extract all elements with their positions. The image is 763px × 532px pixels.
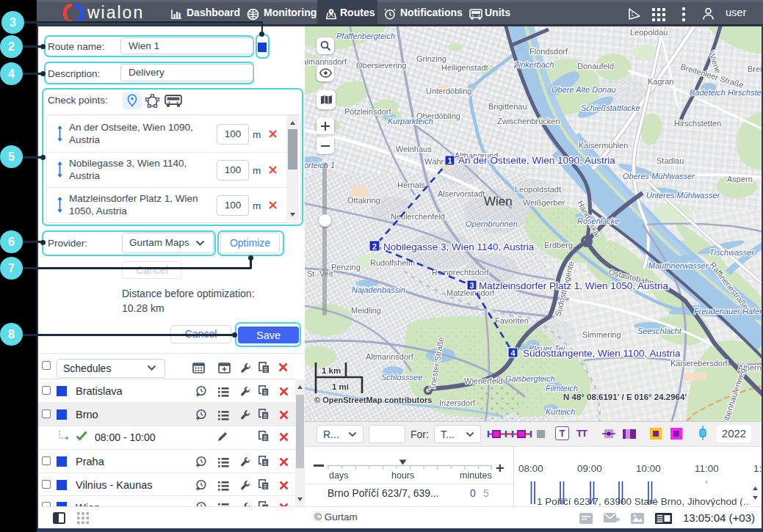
svg-text:Kagran: Kagran (648, 77, 673, 86)
svg-text:Meidling: Meidling (351, 306, 381, 315)
svg-text:Alservorstadt: Alservorstadt (438, 189, 485, 198)
svg-text:Seeschlacht: Seeschlacht (637, 327, 682, 335)
svg-text:Zwischenbrücken: Zwischenbrücken (497, 117, 560, 125)
svg-text:Aspern: Aspern (727, 175, 753, 183)
svg-text:Rosenlacke: Rosenlacke (577, 216, 619, 225)
svg-text:Neulerchenfeld: Neulerchenfeld (391, 212, 445, 221)
svg-text:Wien: Wien (484, 194, 513, 208)
svg-text:Unterdöbling: Unterdöbling (426, 87, 471, 95)
svg-text:Kurparkteich: Kurparkteich (388, 117, 433, 125)
svg-text:Kurteich: Kurteich (546, 407, 575, 416)
svg-text:Tischwasser: Tischwasser (709, 248, 755, 257)
svg-text:Gaisbergteich: Gaisbergteich (505, 374, 555, 383)
svg-text:Unteres Mühlwasser: Unteres Mühlwasser (646, 191, 721, 200)
svg-text:1: 1 (447, 156, 452, 165)
svg-text:Grinzing: Grinzing (416, 54, 446, 63)
svg-text:4: 4 (510, 349, 516, 357)
svg-text:Hirschstetten: Hirschstetten (674, 119, 721, 128)
svg-text:1 mi: 1 mi (332, 382, 349, 391)
svg-text:2: 2 (372, 242, 377, 251)
svg-text:Mauthnerwasser: Mauthnerwasser (648, 261, 709, 270)
svg-text:St.-Veit: St.-Veit (307, 269, 333, 278)
svg-text:1 km: 1 km (322, 366, 341, 375)
svg-text:Oberes Mühlwasser: Oberes Mühlwasser (623, 172, 695, 181)
svg-text:Penzing: Penzing (331, 263, 361, 272)
svg-text:Stadlau: Stadlau (657, 156, 684, 165)
svg-text:Weißgerber: Weißgerber (523, 198, 565, 207)
svg-text:Freudenauer Hafen: Freudenauer Hafen (694, 307, 762, 316)
svg-text:Obere Alte Donau: Obere Alte Donau (552, 85, 616, 94)
svg-text:orteich 1: orteich 1 (305, 161, 335, 170)
svg-text:An der Ostseite, Wien 1090, Au: An der Ostseite, Wien 1090, Austria (458, 155, 615, 166)
svg-text:Kaiserebersdorf: Kaiserebersdorf (670, 359, 728, 368)
svg-text:3: 3 (469, 281, 474, 290)
svg-text:Opernbrunnen: Opernbrunnen (466, 219, 518, 228)
svg-text:Inzersdorf: Inzersdorf (439, 398, 476, 407)
svg-text:Filmteich: Filmteich (546, 384, 578, 393)
svg-text:Kaisermühlen: Kaisermühlen (579, 141, 628, 150)
svg-text:Donaufeld: Donaufeld (577, 62, 614, 70)
svg-text:Wienerfeld: Wienerfeld (464, 376, 503, 385)
svg-text:Flondsdorf: Flondsdorf (529, 47, 568, 56)
svg-text:Hernals: Hernals (397, 181, 425, 189)
svg-text:Ottakring: Ottakring (347, 196, 380, 205)
svg-text:Pfaffenbergteich: Pfaffenbergteich (336, 32, 395, 40)
svg-text:Obersievering: Obersievering (356, 61, 406, 70)
svg-text:Brei...: Brei... (748, 65, 762, 73)
svg-text:Erdberg: Erdberg (544, 241, 573, 249)
svg-text:Leopoldstadt: Leopoldstadt (515, 185, 561, 194)
svg-text:Schlosssee: Schlosssee (381, 373, 422, 382)
svg-text:Weinhaus: Weinhaus (396, 145, 432, 153)
svg-text:Nobilegasse 3, Wien 1140, Aust: Nobilegasse 3, Wien 1140, Austria (383, 241, 535, 252)
svg-text:Schießstattlacke: Schießstattlacke (581, 103, 640, 112)
svg-text:Pötzleinsdorf: Pötzleinsdorf (344, 107, 392, 116)
svg-text:Zinkerbach: Zinkerbach (513, 60, 554, 69)
svg-text:Heiligenstadt: Heiligenstadt (441, 63, 488, 72)
svg-text:Altmannsdorf: Altmannsdorf (366, 352, 414, 361)
svg-text:Badeteich Hirschstetten...: Badeteich Hirschstetten... (690, 88, 762, 97)
svg-text:Najadenbassin: Najadenbassin (352, 285, 405, 294)
svg-text:Matzleinsdorfer Platz 1, Wien: Matzleinsdorfer Platz 1, Wien 1050, Aust… (479, 280, 669, 291)
svg-text:Favoriten: Favoriten (495, 316, 529, 325)
svg-text:Leopoldau: Leopoldau (630, 28, 668, 37)
svg-text:Simmering: Simmering (582, 330, 621, 339)
svg-text:Südosttangente, Wien 1100, Aus: Südosttangente, Wien 1100, Austria (523, 348, 681, 359)
svg-text:Brigittenau: Brigittenau (488, 102, 527, 111)
